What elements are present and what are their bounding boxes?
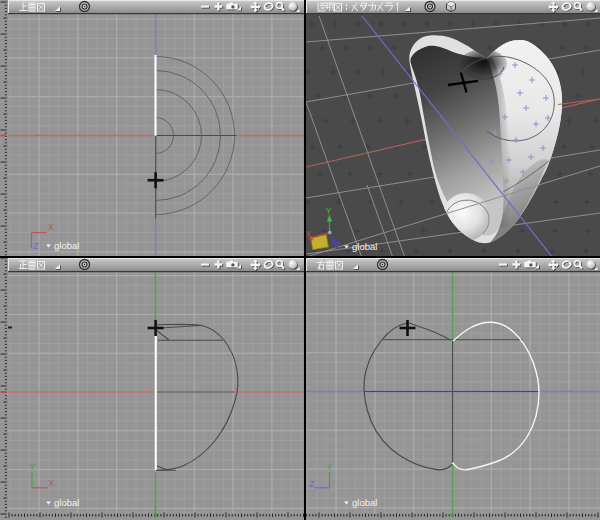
svg-text:Y: Y [29,462,35,472]
svg-text:Y: Y [326,206,332,216]
svg-text:global: global [54,497,79,508]
svg-text:X: X [306,229,312,239]
svg-text:Y: Y [327,462,333,472]
svg-text:global: global [54,240,79,251]
svg-text:Z: Z [309,479,315,489]
svg-text:global: global [352,497,377,508]
svg-text:global: global [352,241,377,252]
svg-text:Z: Z [33,241,39,251]
svg-text:X: X [48,222,54,232]
svg-text:X: X [49,478,55,488]
svg-text:Z: Z [335,240,341,250]
